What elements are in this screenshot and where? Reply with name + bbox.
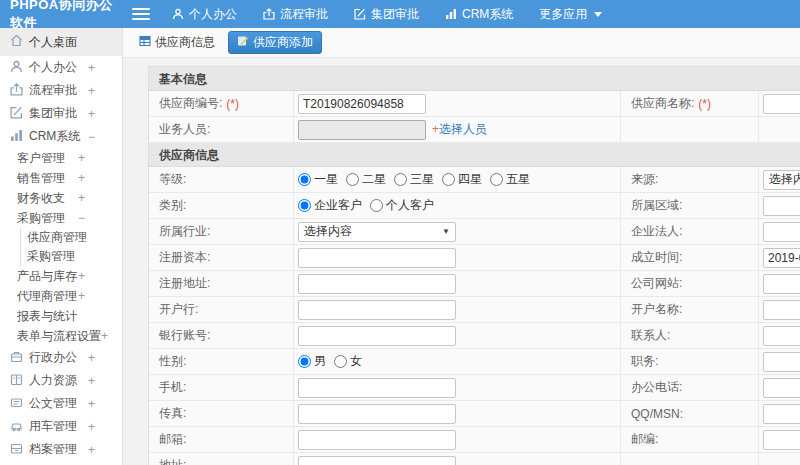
radio-button[interactable] bbox=[370, 199, 383, 212]
sidebar-item-label: 销售管理 bbox=[17, 170, 65, 187]
expand-plus-icon[interactable]: + bbox=[78, 171, 85, 185]
sidebar-item-vehicle-mgmt[interactable]: 用车管理 + bbox=[0, 415, 122, 438]
established-date-field[interactable] bbox=[763, 248, 800, 268]
sidebar-item-document-mgmt[interactable]: 公文管理 + bbox=[0, 392, 122, 415]
expand-plus-icon[interactable]: + bbox=[78, 191, 85, 205]
user-icon bbox=[10, 60, 29, 76]
gender-option[interactable]: 男 bbox=[298, 353, 326, 370]
sidebar-item-product-inventory[interactable]: 产品与库存 + bbox=[0, 266, 122, 286]
expand-plus-icon[interactable]: + bbox=[78, 269, 85, 283]
expand-plus-icon[interactable]: + bbox=[88, 420, 95, 434]
tab-supplier-add[interactable]: 供应商添加 bbox=[228, 31, 322, 54]
expand-plus-icon[interactable]: + bbox=[101, 329, 108, 343]
region-field[interactable] bbox=[763, 196, 800, 216]
office-phone-field[interactable] bbox=[763, 378, 800, 398]
qq-msn-field[interactable] bbox=[763, 404, 800, 424]
account-name-field[interactable] bbox=[763, 300, 800, 320]
expand-plus-icon[interactable]: + bbox=[78, 289, 85, 303]
sidebar-item-admin-office[interactable]: 行政办公 + bbox=[0, 346, 122, 369]
bank-account-field[interactable] bbox=[298, 326, 456, 346]
email-label: 邮箱: bbox=[149, 427, 294, 452]
zipcode-field[interactable] bbox=[763, 430, 800, 450]
radio-button[interactable] bbox=[394, 173, 407, 186]
position-field[interactable] bbox=[763, 352, 800, 372]
bar-chart-icon bbox=[445, 8, 457, 20]
sidebar-item-customer-mgmt[interactable]: 客户管理 + bbox=[0, 148, 122, 168]
fax-field[interactable] bbox=[298, 404, 456, 424]
sidebar-item-crm-system[interactable]: CRM系统 − bbox=[0, 125, 122, 148]
sidebar-item-label: 代理商管理 bbox=[17, 288, 77, 305]
sidebar-item-purchase-mgmt[interactable]: 采购管理 − bbox=[0, 208, 122, 228]
level-option[interactable]: 一星 bbox=[298, 171, 338, 188]
radio-button[interactable] bbox=[298, 199, 311, 212]
level-option[interactable]: 五星 bbox=[490, 171, 530, 188]
sidebar-item-personal-office[interactable]: 个人办公 + bbox=[0, 56, 122, 79]
category-option[interactable]: 企业客户 bbox=[298, 197, 362, 214]
sidebar-item-finance[interactable]: 财务收支 + bbox=[0, 188, 122, 208]
expand-plus-icon[interactable]: + bbox=[88, 61, 95, 75]
nav-personal-office[interactable]: 个人办公 bbox=[172, 6, 237, 23]
staff-field[interactable] bbox=[298, 120, 426, 140]
level-option[interactable]: 三星 bbox=[394, 171, 434, 188]
sidebar-item-hr[interactable]: 人力资源 + bbox=[0, 369, 122, 392]
legal-person-field[interactable] bbox=[763, 222, 800, 242]
select-staff-link[interactable]: +选择人员 bbox=[432, 121, 487, 138]
collapse-minus-icon[interactable]: − bbox=[78, 211, 85, 225]
collapse-minus-icon[interactable]: − bbox=[88, 130, 95, 144]
radio-button[interactable] bbox=[298, 355, 311, 368]
radio-button[interactable] bbox=[298, 173, 311, 186]
sidebar-item-group-approval[interactable]: 集团审批 + bbox=[0, 102, 122, 125]
level-radio-group: 一星 二星 三星 四星 五星 bbox=[294, 167, 621, 192]
radio-button[interactable] bbox=[490, 173, 503, 186]
sidebar-item-process-approval[interactable]: 流程审批 + bbox=[0, 79, 122, 102]
section-title-basic-info: 基本信息 bbox=[149, 67, 800, 91]
sidebar-item-form-process-settings[interactable]: 表单与流程设置 + bbox=[0, 326, 122, 346]
registered-capital-field[interactable] bbox=[298, 248, 456, 268]
source-select[interactable]: 选择内容▼ bbox=[763, 170, 800, 190]
radio-button[interactable] bbox=[334, 355, 347, 368]
supplier-code-field[interactable] bbox=[298, 94, 426, 114]
contact-field[interactable] bbox=[763, 326, 800, 346]
sidebar-item-supplier-mgmt[interactable]: 供应商管理 bbox=[20, 228, 122, 247]
sidebar-item-archive-mgmt[interactable]: 档案管理 + bbox=[0, 438, 122, 461]
tab-supplier-info-list[interactable]: 供应商信息 bbox=[133, 31, 221, 54]
supplier-name-field[interactable] bbox=[763, 94, 800, 114]
sidebar-item-personal-desktop[interactable]: 个人桌面 bbox=[0, 28, 122, 56]
nav-group-approval[interactable]: 集团审批 bbox=[354, 6, 419, 23]
expand-plus-icon[interactable]: + bbox=[78, 151, 85, 165]
level-option[interactable]: 二星 bbox=[346, 171, 386, 188]
radio-button[interactable] bbox=[346, 173, 359, 186]
sidebar-item-reports-stats[interactable]: 报表与统计 bbox=[0, 306, 122, 326]
expand-plus-icon[interactable]: + bbox=[88, 443, 95, 457]
sidebar-item-agent-mgmt[interactable]: 代理商管理 + bbox=[0, 286, 122, 306]
level-option[interactable]: 四星 bbox=[442, 171, 482, 188]
category-option[interactable]: 个人客户 bbox=[370, 197, 434, 214]
sidebar-item-purchase-mgmt-sub[interactable]: 采购管理 bbox=[20, 247, 122, 266]
nav-process-approval[interactable]: 流程审批 bbox=[263, 6, 328, 23]
expand-plus-icon[interactable]: + bbox=[88, 84, 95, 98]
registered-address-field[interactable] bbox=[298, 274, 456, 294]
tab-label: 供应商添加 bbox=[253, 34, 313, 51]
address-field[interactable] bbox=[298, 456, 456, 465]
gender-option[interactable]: 女 bbox=[334, 353, 362, 370]
email-field[interactable] bbox=[298, 430, 456, 450]
expand-plus-icon[interactable]: + bbox=[88, 351, 95, 365]
sidebar-item-sales-mgmt[interactable]: 销售管理 + bbox=[0, 168, 122, 188]
hamburger-menu-icon[interactable] bbox=[132, 8, 150, 20]
mobile-field[interactable] bbox=[298, 378, 456, 398]
address-label: 地址: bbox=[149, 453, 294, 465]
legal-person-label: 企业法人: bbox=[621, 219, 759, 244]
supplier-add-form: 基本信息 供应商编号:(*) 供应商名称:(*) bbox=[148, 66, 800, 465]
nav-more-apps[interactable]: 更多应用 bbox=[539, 6, 602, 23]
form-row: 传真: QQ/MSN: bbox=[149, 401, 800, 427]
expand-plus-icon[interactable]: + bbox=[88, 397, 95, 411]
car-icon bbox=[10, 419, 29, 435]
bank-field[interactable] bbox=[298, 300, 456, 320]
sidebar-item-label: 采购管理 bbox=[17, 210, 65, 227]
nav-crm-system[interactable]: CRM系统 bbox=[445, 6, 513, 23]
radio-button[interactable] bbox=[442, 173, 455, 186]
expand-plus-icon[interactable]: + bbox=[88, 107, 95, 121]
expand-plus-icon[interactable]: + bbox=[88, 374, 95, 388]
industry-select[interactable]: 选择内容▼ bbox=[298, 222, 456, 242]
website-field[interactable] bbox=[763, 274, 800, 294]
